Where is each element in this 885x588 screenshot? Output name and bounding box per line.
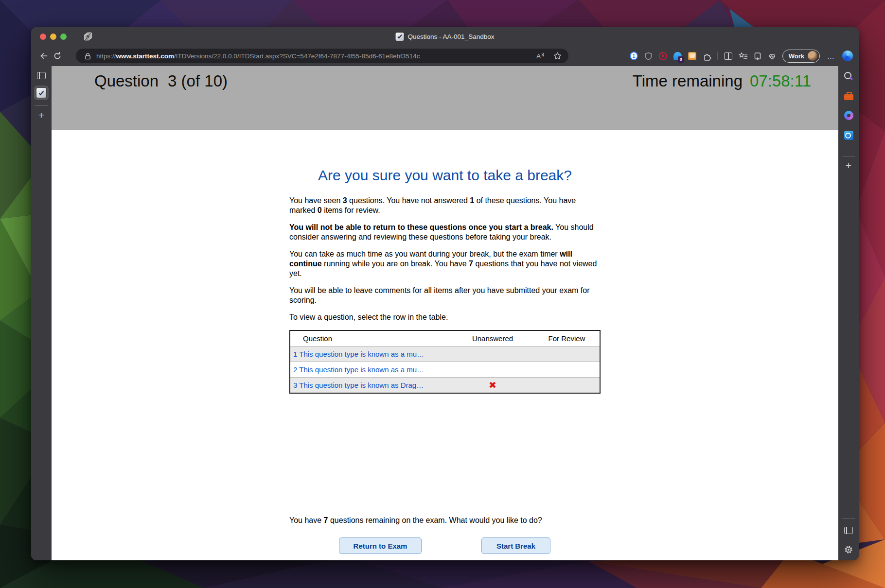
- lock-icon[interactable]: [83, 51, 92, 61]
- zoom-window-button[interactable]: [60, 34, 67, 40]
- profile-label: Work: [789, 52, 804, 60]
- dialog-paragraph-3: You can take as much time as you want du…: [289, 249, 601, 278]
- minimize-window-button[interactable]: [50, 34, 56, 40]
- favorites-icon[interactable]: [739, 52, 747, 60]
- pane-toggle-icon[interactable]: [37, 72, 46, 79]
- refresh-icon[interactable]: [51, 49, 64, 63]
- exam-header-band: Question 3 (of 10) Time remaining 07:58:…: [52, 66, 838, 130]
- column-header-question: Question: [290, 334, 451, 343]
- close-window-button[interactable]: [40, 34, 46, 40]
- collections-icon[interactable]: [753, 52, 761, 60]
- window-title-group: Questions - AA-001_Sandbox: [396, 27, 495, 46]
- sidebar-outlook-icon[interactable]: [844, 131, 853, 140]
- browser-essentials-icon[interactable]: [768, 52, 776, 60]
- time-remaining-value: 07:58:11: [750, 72, 811, 90]
- time-remaining-group: Time remaining 07:58:11: [633, 72, 811, 90]
- dialog-paragraph-4: You will be able to leave comments for a…: [289, 286, 601, 305]
- question-number: 3 (of 10): [168, 72, 228, 90]
- video-play-icon[interactable]: [659, 52, 667, 60]
- dialog-paragraph-2: You will not be able to return to these …: [289, 223, 601, 242]
- table-row-question-1[interactable]: 1 This question type is known as a mu…: [290, 346, 600, 362]
- question-link[interactable]: 2 This question type is known as a mu…: [290, 365, 451, 374]
- dialog-buttons: Return to Exam Start Break: [289, 537, 601, 555]
- settings-gear-icon[interactable]: [844, 545, 853, 554]
- active-tab[interactable]: [34, 86, 49, 100]
- address-bar-actions: A: [531, 52, 562, 60]
- favorite-star-icon[interactable]: [553, 52, 562, 60]
- extensions-group: 1 0: [630, 50, 853, 63]
- time-remaining-label: Time remaining: [633, 72, 743, 90]
- url-text: https://www.starttest.com/ITDVersions/22…: [96, 52, 420, 60]
- privacy-shield-icon[interactable]: [644, 52, 653, 60]
- extension-badge: 0: [678, 56, 684, 63]
- extensions-puzzle-icon[interactable]: [703, 52, 711, 60]
- url-host: www.starttest.com: [116, 52, 175, 60]
- profile-avatar: [808, 51, 817, 61]
- question-table: Question Unanswered For Review 1 This qu…: [289, 330, 601, 394]
- dialog-title: Are you sure you want to take a break?: [289, 167, 601, 184]
- browser-window: Questions - AA-001_Sandbox https://www.s…: [31, 27, 859, 560]
- sidebar-add-button[interactable]: +: [846, 158, 851, 173]
- dialog-paragraph-5: To view a question, select the row in th…: [289, 312, 601, 322]
- profile-button[interactable]: Work: [782, 50, 820, 63]
- table-row-question-3[interactable]: 3 This question type is known as Drag… ✖: [290, 377, 600, 393]
- onepassword-icon[interactable]: 1: [630, 52, 638, 60]
- exam-page: Question 3 (of 10) Time remaining 07:58:…: [52, 66, 838, 560]
- question-label: Question: [94, 72, 159, 90]
- start-break-button[interactable]: Start Break: [481, 537, 550, 554]
- tab-activity-icon[interactable]: [81, 30, 95, 43]
- more-options-icon[interactable]: …: [826, 52, 836, 60]
- active-tab-favicon: [36, 88, 46, 98]
- window-titlebar: Questions - AA-001_Sandbox: [31, 27, 859, 46]
- sidebar-bottom-group: [842, 519, 855, 554]
- column-header-for-review: For Review: [534, 334, 600, 343]
- browser-toolbar: https://www.starttest.com/ITDVersions/22…: [31, 46, 859, 66]
- read-aloud-icon[interactable]: A: [536, 52, 545, 60]
- footer-question: You have 7 questions remaining on the ex…: [289, 516, 601, 525]
- vertical-tab-strip: +: [31, 66, 52, 560]
- window-title: Questions - AA-001_Sandbox: [408, 33, 495, 40]
- sidebar-search-icon[interactable]: [844, 72, 853, 81]
- unanswered-x-mark: ✖: [489, 380, 496, 390]
- sidebar-divider: [842, 156, 855, 156]
- tab-strip-divider: [35, 105, 48, 106]
- split-screen-icon[interactable]: [724, 52, 732, 60]
- new-tab-button[interactable]: +: [38, 108, 44, 122]
- table-row-question-2[interactable]: 2 This question type is known as a mu…: [290, 362, 600, 377]
- address-bar[interactable]: https://www.starttest.com/ITDVersions/22…: [76, 49, 568, 63]
- url-path: /ITDVersions/22.0.0.0/ITDStart.aspx?SVC=…: [174, 52, 420, 60]
- notes-extension-icon[interactable]: [688, 52, 696, 60]
- site-favicon: [396, 33, 404, 41]
- edge-sidebar: +: [838, 66, 859, 560]
- question-link[interactable]: 3 This question type is known as Drag…: [290, 381, 451, 389]
- table-header-row: Question Unanswered For Review: [290, 331, 600, 346]
- sidebar-pane-toggle-icon[interactable]: [844, 527, 853, 534]
- traffic-lights: [40, 34, 67, 40]
- browser-main: + Question 3 (of 10) Time remaining 07:5…: [31, 66, 859, 560]
- sidebar-microsoft365-icon[interactable]: [844, 111, 853, 120]
- return-to-exam-button[interactable]: Return to Exam: [339, 537, 422, 554]
- chat-extension-icon[interactable]: 0: [673, 52, 682, 60]
- break-dialog: Are you sure you want to take a break? Y…: [289, 130, 601, 560]
- dialog-paragraph-1: You have seen 3 questions. You have not …: [289, 196, 601, 215]
- back-icon[interactable]: [37, 49, 51, 63]
- copilot-icon[interactable]: [842, 51, 853, 61]
- column-header-unanswered: Unanswered: [451, 334, 534, 343]
- sidebar-divider: [842, 519, 855, 519]
- toolbar-divider: [717, 52, 718, 60]
- sidebar-toolbox-icon[interactable]: [844, 92, 853, 100]
- url-scheme: https://: [96, 52, 116, 60]
- question-link[interactable]: 1 This question type is known as a mu…: [290, 350, 451, 358]
